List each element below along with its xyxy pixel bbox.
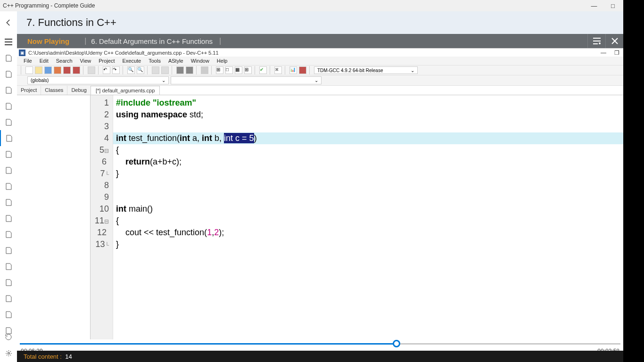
tool-open[interactable] xyxy=(35,66,42,74)
line-number: 7└ xyxy=(91,168,113,180)
menu-astyle[interactable]: AStyle xyxy=(165,58,187,64)
tool-btn-b[interactable] xyxy=(186,66,193,74)
tool-btn-a[interactable] xyxy=(176,66,184,74)
progress-thumb[interactable] xyxy=(393,340,400,347)
progress-fill xyxy=(20,343,396,345)
doc-icon-2[interactable] xyxy=(0,66,17,82)
recent-icon[interactable] xyxy=(0,329,17,345)
doc-icon-10[interactable] xyxy=(0,194,17,210)
doc-icon-11[interactable] xyxy=(0,210,17,226)
doc-icon-17[interactable] xyxy=(0,306,17,322)
tool-replace[interactable]: 🔍 xyxy=(137,66,144,74)
tool-close[interactable] xyxy=(73,66,80,74)
compiler-dropdown[interactable]: TDM-GCC 4.9.2 64-bit Release ⌄ xyxy=(314,66,418,74)
line-number: 9 xyxy=(91,191,113,203)
settings-icon[interactable] xyxy=(0,345,17,361)
side-tab-project[interactable]: Project xyxy=(17,86,41,95)
tool-find[interactable]: 🔍 xyxy=(127,66,135,74)
devcpp-titlebar: ▣ C:\Users\admin\Desktop\Udemy C++ Code\… xyxy=(17,48,623,57)
tool-redo[interactable]: ↷ xyxy=(112,66,120,74)
menu-help[interactable]: Help xyxy=(213,58,231,64)
line-number: 13└ xyxy=(91,239,113,250)
tool-new[interactable] xyxy=(25,66,33,74)
line-number: 8 xyxy=(91,180,113,191)
window-title: C++ Programming - Complete Guide xyxy=(3,2,95,9)
doc-icon-4[interactable] xyxy=(0,98,17,114)
doc-icon-16[interactable] xyxy=(0,290,17,306)
now-playing-bar: Now Playing | 6. Default Arguments in C+… xyxy=(17,34,623,48)
member-dropdown[interactable]: ⌄ xyxy=(171,76,322,84)
devcpp-body: 1 2 3 4 5⊟ 6 7└ 8 9 10 11⊟ 12 13└ #inclu… xyxy=(17,95,623,339)
tool-grid3[interactable]: ▦ xyxy=(235,66,242,74)
doc-icon-6-active[interactable] xyxy=(0,130,17,146)
devcpp-menubar: File Edit Search View Project Execute To… xyxy=(17,57,623,65)
now-playing-label: Now Playing xyxy=(17,34,80,48)
doc-icon-15[interactable] xyxy=(0,274,17,290)
menu-project[interactable]: Project xyxy=(95,58,118,64)
menu-execute[interactable]: Execute xyxy=(118,58,145,64)
maximize-button[interactable]: □ xyxy=(603,0,622,11)
menu-icon[interactable] xyxy=(0,34,17,50)
line-number: 6 xyxy=(91,156,113,168)
footer-label: Total content : xyxy=(24,353,62,360)
doc-icon-9[interactable] xyxy=(0,178,17,194)
minimize-button[interactable]: — xyxy=(585,0,603,11)
side-tab-debug[interactable]: Debug xyxy=(67,86,91,95)
close-nowplaying-icon[interactable] xyxy=(605,34,623,48)
menu-tools[interactable]: Tools xyxy=(145,58,165,64)
menu-view[interactable]: View xyxy=(76,58,95,64)
devcpp-tabs-row: Project Classes Debug [*] default_argume… xyxy=(17,86,623,95)
compiler-selection-label: TDM-GCC 4.9.2 64-bit Release xyxy=(317,68,383,73)
doc-icon-7[interactable] xyxy=(0,146,17,162)
tool-grid1[interactable]: ⊞ xyxy=(216,66,223,74)
scope-dropdown[interactable]: (globals) ⌄ xyxy=(27,76,169,84)
playlist-icon[interactable] xyxy=(587,34,605,48)
editor-tab[interactable]: [*] default_arguments.cpp xyxy=(91,86,160,95)
line-number: 11⊟ xyxy=(91,215,113,227)
tool-x[interactable]: ✖ xyxy=(274,66,282,74)
tool-btn-c[interactable] xyxy=(201,66,208,74)
line-number: 12 xyxy=(91,227,113,239)
footer-count: 14 xyxy=(65,353,72,360)
chevron-down-icon: ⌄ xyxy=(411,68,414,73)
doc-icon-14[interactable] xyxy=(0,258,17,274)
tool-grid2[interactable]: □ xyxy=(225,66,233,74)
tool-saveas[interactable] xyxy=(63,66,71,74)
code-editor[interactable]: #include "iostream" using namespace std;… xyxy=(113,95,623,339)
editor-tab-label: [*] default_arguments.cpp xyxy=(96,88,155,93)
tool-save[interactable] xyxy=(44,66,52,74)
back-icon[interactable] xyxy=(0,11,17,34)
tool-grid4[interactable]: ⊞ xyxy=(244,66,252,74)
tool-print[interactable] xyxy=(88,66,95,74)
devcpp-minimize-button[interactable]: — xyxy=(597,49,610,56)
chevron-down-icon: ⌄ xyxy=(162,78,165,83)
tool-saveall[interactable] xyxy=(54,66,61,74)
separator: | xyxy=(84,37,86,45)
doc-icon-8[interactable] xyxy=(0,162,17,178)
menu-edit[interactable]: Edit xyxy=(36,58,52,64)
doc-icon-1[interactable] xyxy=(0,50,17,66)
side-tab-classes[interactable]: Classes xyxy=(41,86,67,95)
doc-icon-12[interactable] xyxy=(0,226,17,242)
line-number: 4 xyxy=(91,132,113,144)
devcpp-maximize-button[interactable]: ❐ xyxy=(610,49,623,56)
tool-check[interactable]: ✔ xyxy=(259,66,267,74)
devcpp-toolbar-2: (globals) ⌄ ⌄ xyxy=(17,75,623,86)
doc-icon-13[interactable] xyxy=(0,242,17,258)
doc-icon-5[interactable] xyxy=(0,114,17,130)
video-progress-bar[interactable] xyxy=(20,340,620,347)
separator: | xyxy=(219,37,221,45)
tool-chart[interactable]: 📊 xyxy=(289,66,297,74)
doc-icon-3[interactable] xyxy=(0,82,17,98)
menu-file[interactable]: File xyxy=(20,58,36,64)
left-nav-column xyxy=(0,11,17,362)
tool-run[interactable] xyxy=(161,66,169,74)
menu-search[interactable]: Search xyxy=(52,58,76,64)
menu-window[interactable]: Window xyxy=(187,58,213,64)
tool-compile[interactable] xyxy=(152,66,159,74)
line-number: 2 xyxy=(91,109,113,121)
tool-undo[interactable]: ↶ xyxy=(103,66,110,74)
tool-bug[interactable] xyxy=(299,66,306,74)
svg-point-0 xyxy=(8,352,9,354)
line-number: 1 xyxy=(91,97,113,109)
